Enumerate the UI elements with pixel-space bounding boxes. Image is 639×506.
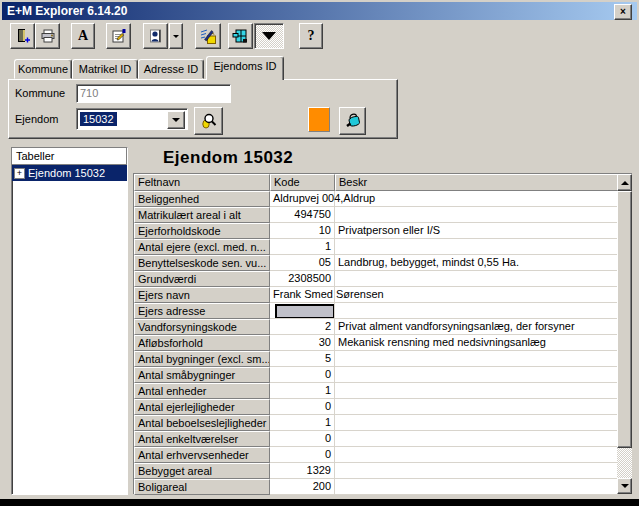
table-row[interactable]: Vandforsyningskode2Privat alment vandfor… (134, 319, 618, 335)
kommune-field[interactable]: 710 (76, 84, 231, 103)
table-row[interactable]: Ejerforholdskode10Privatperson eller I/S (134, 223, 618, 239)
beskr-cell[interactable] (335, 479, 618, 495)
map-button[interactable] (228, 23, 253, 49)
beskr-cell[interactable] (335, 431, 618, 447)
kode-cell[interactable]: 10 (270, 223, 335, 239)
table-row[interactable]: Antal småbygninger0 (134, 367, 618, 383)
beskr-cell[interactable] (335, 383, 618, 399)
field-name-cell[interactable]: Antal beboelseslejligheder (134, 415, 270, 431)
field-name-cell[interactable]: Beliggenhed (134, 191, 270, 207)
highlight-button[interactable] (195, 23, 221, 49)
table-row[interactable]: Ejers navnFrank Smed Sørensen (134, 287, 618, 303)
tab-matrikel-id[interactable]: Matrikel ID (72, 59, 138, 79)
kode-cell[interactable]: 200 (270, 479, 335, 495)
tab-kommune[interactable]: Kommune (14, 59, 72, 79)
kode-cell[interactable]: Aldrupvej 004,Aldrup (270, 191, 335, 207)
column-header-kode[interactable]: Kode (270, 174, 335, 191)
properties-button[interactable] (106, 23, 131, 49)
kode-cell[interactable]: 2308500 (270, 271, 335, 287)
table-row[interactable]: Antal ejerlejligheder0 (134, 399, 618, 415)
beskr-cell[interactable]: Mekanisk rensning med nedsivningsanlæg (335, 335, 618, 351)
field-name-cell[interactable]: Boligareal (134, 479, 270, 495)
beskr-cell[interactable] (335, 399, 618, 415)
scroll-down-button[interactable] (617, 478, 632, 494)
beskr-cell[interactable] (335, 303, 618, 319)
user-dropdown-button[interactable] (169, 23, 183, 49)
table-row[interactable]: Boligareal200 (134, 479, 618, 495)
kode-cell[interactable]: 1 (270, 239, 335, 255)
beskr-cell[interactable] (335, 191, 618, 207)
beskr-cell[interactable] (335, 271, 618, 287)
kode-cell[interactable]: 5 (270, 351, 335, 367)
field-name-cell[interactable]: Matrikulært areal i alt (134, 207, 270, 223)
kode-cell[interactable]: 494750 (270, 207, 335, 223)
field-name-cell[interactable]: Afløbsforhold (134, 335, 270, 351)
field-name-cell[interactable]: Benyttelseskode sen. vu... (134, 255, 270, 271)
table-row[interactable]: Antal erhvervsenheder0 (134, 447, 618, 463)
beskr-cell[interactable] (335, 463, 618, 479)
close-button[interactable]: × (614, 4, 632, 20)
scroll-up-button[interactable] (617, 174, 632, 191)
kode-cell[interactable]: 0 (270, 367, 335, 383)
table-row[interactable]: Antal beboelseslejligheder1 (134, 415, 618, 431)
kode-cell[interactable] (270, 303, 335, 319)
beskr-cell[interactable] (335, 351, 618, 367)
kode-cell[interactable]: 1 (270, 415, 335, 431)
tab-adresse-id[interactable]: Adresse ID (138, 59, 204, 79)
kode-cell[interactable]: 30 (270, 335, 335, 351)
table-row[interactable]: Antal bygninger (excl. sm...5 (134, 351, 618, 367)
field-name-cell[interactable]: Antal småbygninger (134, 367, 270, 383)
ejendom-combobox[interactable]: 15032 (76, 108, 188, 130)
vertical-scrollbar[interactable] (617, 174, 632, 494)
table-row[interactable]: Antal ejere (excl. med. n...1 (134, 239, 618, 255)
kode-cell[interactable]: 1329 (270, 463, 335, 479)
help-button[interactable]: ? (299, 23, 323, 49)
table-row[interactable]: Antal enheder1 (134, 383, 618, 399)
print-button[interactable] (35, 23, 60, 49)
table-row[interactable]: Ejers adresse (134, 303, 618, 319)
table-row[interactable]: Antal enkeltværelser0 (134, 431, 618, 447)
beskr-cell[interactable] (335, 207, 618, 223)
expand-toggle-button[interactable] (254, 23, 284, 49)
tab-ejendoms-id[interactable]: Ejendoms ID (206, 56, 284, 80)
field-name-cell[interactable]: Antal ejere (excl. med. n... (134, 239, 270, 255)
beskr-cell[interactable] (335, 415, 618, 431)
field-name-cell[interactable]: Ejers navn (134, 287, 270, 303)
table-row[interactable]: BeliggenhedAldrupvej 004,Aldrup (134, 191, 618, 207)
field-name-cell[interactable]: Antal bygninger (excl. sm... (134, 351, 270, 367)
kode-cell[interactable]: 0 (270, 431, 335, 447)
kode-cell[interactable]: 1 (270, 383, 335, 399)
column-header-feltnavn[interactable]: Feltnavn (134, 174, 270, 191)
kode-cell[interactable]: 2 (270, 319, 335, 335)
field-name-cell[interactable]: Antal enkeltværelser (134, 431, 270, 447)
font-button[interactable]: A (71, 23, 95, 49)
beskr-cell[interactable]: Privatperson eller I/S (335, 223, 618, 239)
color-swatch[interactable] (308, 107, 330, 132)
beskr-cell[interactable]: Landbrug, bebygget, mindst 0,55 Ha. (335, 255, 618, 271)
beskr-cell[interactable]: Privat alment vandforsyningsanlæg, der f… (335, 319, 618, 335)
field-name-cell[interactable]: Grundværdi (134, 271, 270, 287)
title-bar[interactable]: E+M Explorer 6.14.20 (2, 2, 637, 20)
field-name-cell[interactable]: Ejers adresse (134, 303, 270, 319)
expand-plus-icon[interactable]: + (14, 168, 25, 179)
user-button[interactable] (143, 23, 168, 49)
beskr-cell[interactable] (335, 367, 618, 383)
kode-cell[interactable]: 0 (270, 447, 335, 463)
tree-item-ejendom[interactable]: + Ejendom 15032 (12, 165, 127, 181)
field-name-cell[interactable]: Bebygget areal (134, 463, 270, 479)
search-button[interactable] (194, 107, 223, 135)
table-row[interactable]: Afløbsforhold30Mekanisk rensning med ned… (134, 335, 618, 351)
scrollbar-thumb[interactable] (617, 191, 632, 448)
field-name-cell[interactable]: Antal erhvervsenheder (134, 447, 270, 463)
table-row[interactable]: Matrikulært areal i alt494750 (134, 207, 618, 223)
field-name-cell[interactable]: Antal ejerlejligheder (134, 399, 270, 415)
kode-cell[interactable]: 0 (270, 399, 335, 415)
field-name-cell[interactable]: Vandforsyningskode (134, 319, 270, 335)
fill-color-button[interactable] (339, 107, 366, 135)
field-name-cell[interactable]: Ejerforholdskode (134, 223, 270, 239)
beskr-cell[interactable] (335, 447, 618, 463)
table-row[interactable]: Grundværdi2308500 (134, 271, 618, 287)
exit-button[interactable] (10, 23, 35, 49)
table-row[interactable]: Bebygget areal1329 (134, 463, 618, 479)
kode-cell[interactable]: Frank Smed Sørensen (270, 287, 335, 303)
